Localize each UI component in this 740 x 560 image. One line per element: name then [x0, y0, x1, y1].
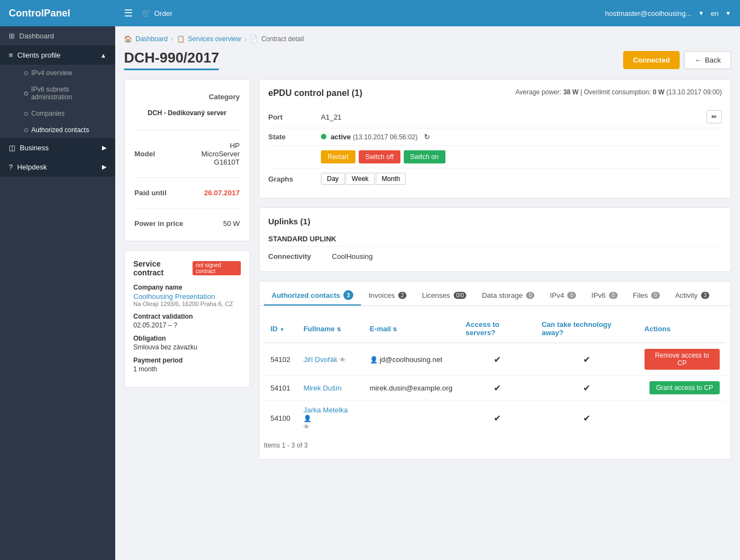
sort-id-icon: ▼: [280, 327, 285, 332]
contact-name-link-0[interactable]: Jiří Dvořák: [303, 355, 337, 364]
service-contract-card: Service contract not signed contract Com…: [124, 250, 250, 388]
header-buttons: Connected ← Back: [623, 51, 731, 69]
tab-authorized-badge: 3: [343, 290, 353, 300]
sidebar-item-clients-profile[interactable]: ≡ Clients profile ▲: [0, 46, 115, 65]
eye-icon: 👁: [340, 357, 346, 363]
contact-email-0: 👤 jd@coolhousing.net: [363, 343, 459, 376]
tab-licenses[interactable]: Licenses 0/0: [414, 286, 474, 306]
connectivity-row: Connectivity CoolHousing: [268, 250, 722, 263]
chevron-icon: ▲: [100, 52, 106, 59]
col-email[interactable]: E-mail ⇅: [363, 315, 459, 343]
col-id[interactable]: ID ▼: [264, 315, 297, 343]
switchon-button[interactable]: Switch on: [404, 150, 445, 163]
user-icon: 👤: [370, 356, 380, 364]
edit-port-button[interactable]: ✏: [707, 110, 722, 123]
breadcrumb-services-icon: 📋: [177, 35, 185, 43]
sidebar-companies-label: Companies: [31, 110, 65, 117]
sidebar-item-ipv6[interactable]: IPv6 subnets administration: [15, 81, 115, 105]
contact-email-1: mirek.dusin@example.org: [363, 376, 459, 400]
tab-ipv4[interactable]: IPv4 0: [542, 286, 584, 306]
sidebar-helpdesk-label: Helpdesk: [17, 163, 47, 171]
contact-fullname-2: Jarka Metelka 👤 👁: [297, 400, 363, 437]
page-header: DCH-990/2017 Connected ← Back: [124, 49, 731, 70]
connected-button[interactable]: Connected: [623, 51, 680, 69]
contact-fullname-0: Jiří Dvořák 👁: [297, 343, 363, 376]
avg-power-label: Average power:: [516, 88, 562, 96]
state-value: active: [331, 133, 351, 141]
state-dot-icon: [321, 134, 326, 139]
state-date: (13.10.2017 06:56:02): [353, 133, 417, 141]
sidebar-item-helpdesk[interactable]: ? Helpdesk ▶: [0, 157, 115, 177]
state-label: State: [268, 133, 312, 141]
sidebar-item-authorized-contacts[interactable]: Authorized contacts: [15, 122, 115, 138]
company-name-value[interactable]: Coolhousing Presentation: [133, 292, 241, 301]
tab-datastorage[interactable]: Data storage 0: [474, 286, 542, 306]
back-button[interactable]: ← Back: [684, 51, 731, 69]
contact-id-0: 54102: [264, 343, 297, 376]
main-content: 🏠 Dashboard › 📋 Services overview › 📄 Co…: [115, 26, 740, 560]
user-icon2: 👤: [303, 415, 312, 422]
tab-activity[interactable]: Activity 3: [668, 286, 718, 306]
table-row: 54101 Mirek Dušín mirek.dusin@example.or…: [264, 376, 726, 400]
tab-ipv4-badge: 0: [567, 292, 576, 299]
cart-icon: 🛒: [142, 9, 151, 18]
contract-header: Service contract not signed contract: [133, 259, 241, 277]
remove-access-button-0[interactable]: Remove access to CP: [645, 349, 720, 370]
sidebar-clients-label: Clients profile: [18, 51, 61, 59]
graph-day-button[interactable]: Day: [321, 173, 344, 185]
circle-icon: [24, 71, 28, 75]
order-link[interactable]: 🛒 Order: [142, 9, 172, 18]
sidebar-item-business[interactable]: ◫ Business ▶: [0, 138, 115, 157]
overlimit-label: Overlimit consumption:: [584, 88, 651, 96]
user-label: hostmaster@coolhousing...: [605, 9, 692, 18]
breadcrumb-services[interactable]: Services overview: [188, 35, 241, 43]
business-icon: ◫: [9, 144, 15, 152]
graphs-row: Graphs Day Week Month: [268, 168, 722, 189]
tab-invoices[interactable]: Invoices 2: [361, 286, 414, 306]
payment-period-value: 1 month: [133, 365, 241, 373]
grant-access-button-1[interactable]: Grant access to CP: [649, 381, 720, 394]
refresh-icon[interactable]: ↻: [424, 133, 430, 141]
epdu-power-info: Average power: 38 W | Overlimit consumpt…: [516, 88, 722, 96]
eye-icon2: 👁: [303, 423, 309, 430]
company-address: Na Okraji 1293/6, 16200 Praha 6, CZ: [133, 301, 241, 307]
sidebar-sub-clients: IPv4 overview IPv6 subnets administratio…: [0, 65, 115, 138]
contact-id-1: 54101: [264, 376, 297, 400]
sidebar: ⊞ Dashboard ≡ Clients profile ▲ IPv4 ove…: [0, 26, 115, 560]
col-fullname[interactable]: Fullname ⇅: [297, 315, 363, 343]
category-value: DCH - Dedikovaný server: [148, 109, 226, 117]
tabs-bar: Authorized contacts 3 Invoices 2 License…: [259, 281, 731, 306]
tab-authorized-contacts[interactable]: Authorized contacts 3: [264, 286, 361, 306]
sidebar-item-companies[interactable]: Companies: [15, 105, 115, 122]
contact-name-link-2[interactable]: Jarka Metelka: [303, 406, 348, 414]
sidebar-item-ipv4[interactable]: IPv4 overview: [15, 65, 115, 81]
uplinks-card: Uplinks (1) STANDARD UPLINK Connectivity…: [259, 207, 731, 272]
switchoff-button[interactable]: Switch off: [359, 150, 400, 163]
epdu-card: ePDU control panel (1) Average power: 38…: [259, 79, 731, 199]
connectivity-value: CoolHousing: [332, 252, 372, 261]
restart-button[interactable]: Restart: [321, 150, 355, 163]
chevron-down-icon: ▼: [698, 10, 704, 16]
tab-files-badge: 0: [651, 292, 660, 299]
breadcrumb-contract-icon: 📄: [250, 35, 258, 43]
tab-licenses-badge: 0/0: [454, 292, 467, 299]
contact-fullname-1: Mirek Dušín: [297, 376, 363, 400]
lang-label: en: [711, 9, 719, 18]
tab-ipv6[interactable]: IPv6 0: [584, 286, 625, 306]
breadcrumb-dashboard[interactable]: Dashboard: [135, 35, 168, 43]
graph-month-button[interactable]: Month: [376, 173, 406, 185]
contact-name-link-1[interactable]: Mirek Dušín: [303, 384, 341, 392]
graph-week-button[interactable]: Week: [346, 173, 374, 185]
right-column: ePDU control panel (1) Average power: 38…: [259, 79, 731, 460]
sidebar-ipv4-label: IPv4 overview: [31, 69, 72, 77]
model-label: Model: [134, 138, 195, 169]
port-value: A1_21: [321, 113, 698, 121]
sidebar-ipv6-label: IPv6 subnets administration: [31, 86, 106, 101]
content-grid: Category DCH - Dedikovaný server Model H…: [124, 79, 731, 460]
sidebar-item-dashboard[interactable]: ⊞ Dashboard: [0, 26, 115, 46]
tab-files[interactable]: Files 0: [625, 286, 668, 306]
payment-period-label: Payment period: [133, 357, 241, 364]
hamburger-icon[interactable]: ☰: [124, 7, 133, 19]
breadcrumb: 🏠 Dashboard › 📋 Services overview › 📄 Co…: [124, 35, 731, 43]
tab-ipv6-badge: 0: [609, 292, 618, 299]
